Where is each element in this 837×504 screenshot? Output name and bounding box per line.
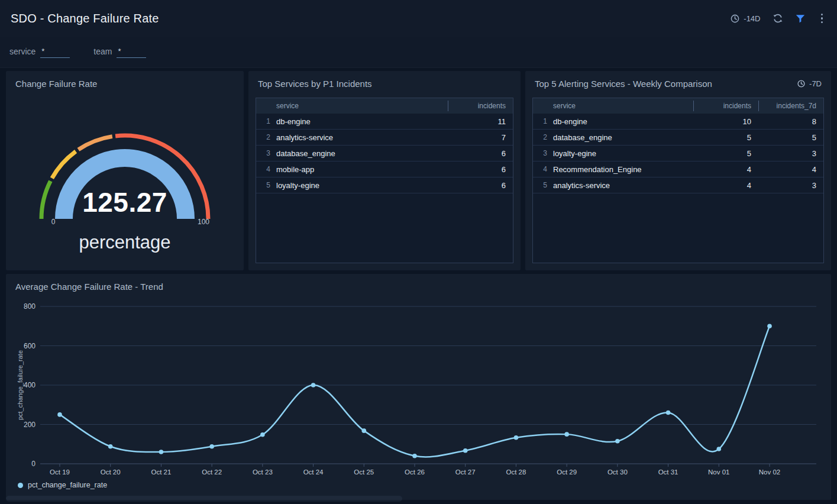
chart-legend[interactable]: pct_change_failure_rate	[18, 481, 107, 489]
team-filter-label: team	[93, 47, 112, 58]
svg-text:200: 200	[24, 421, 35, 429]
panel-title: Top 5 Alerting Services - Weekly Compari…	[535, 79, 712, 89]
svg-text:Oct 22: Oct 22	[202, 469, 222, 476]
service-filter: service	[9, 47, 70, 58]
svg-text:Oct 30: Oct 30	[607, 469, 628, 476]
svg-text:pct_change_failure_rate: pct_change_failure_rate	[17, 350, 24, 420]
table-header-row: serviceincidentsincidents_7d	[533, 98, 823, 114]
service-cell: analytics-service	[553, 181, 693, 190]
column-header: service	[553, 102, 693, 110]
dashboard-header: SDO - Change Failure Rate -14D	[0, 0, 837, 37]
table-row[interactable]: 2analytics-service7	[256, 130, 513, 146]
svg-text:Oct 29: Oct 29	[557, 469, 577, 476]
svg-text:Oct 20: Oct 20	[101, 469, 121, 476]
service-filter-input[interactable]	[40, 47, 70, 58]
value-cell: 8	[758, 117, 823, 126]
global-time-range-control[interactable]: -14D	[730, 14, 760, 24]
dashboard-page: SDO - Change Failure Rate -14D	[0, 0, 837, 504]
panel-title: Top Services by P1 Incidents	[258, 79, 372, 89]
table-row[interactable]: 4mobile-app6	[256, 161, 513, 177]
panel-change-failure-rate: Change Failure Rate 125.27 0 100 percent…	[6, 71, 244, 270]
value-cell: 6	[448, 149, 513, 158]
table-row[interactable]: 5loyalty-egine6	[256, 177, 513, 193]
clock-icon	[797, 79, 806, 88]
gauge-value: 125.27	[6, 186, 244, 218]
weekly-comparison-table: serviceincidentsincidents_7d1db-engine10…	[532, 98, 824, 263]
panel-average-cfr-trend: Average Change Failure Rate - Trend 0200…	[6, 274, 831, 500]
value-cell: 4	[758, 165, 823, 174]
svg-text:Oct 24: Oct 24	[303, 469, 324, 476]
service-cell: mobile-app	[276, 165, 448, 174]
panel-top-services-p1: Top Services by P1 Incidents serviceinci…	[248, 71, 521, 270]
trend-line-chart[interactable]: 0200400600800Oct 19Oct 20Oct 21Oct 22Oct…	[6, 295, 831, 484]
value-cell: 3	[758, 181, 823, 190]
row-number: 3	[256, 149, 276, 157]
panel-time-range-control[interactable]: -7D	[797, 79, 822, 88]
service-cell: analytics-service	[276, 133, 448, 142]
value-cell: 6	[448, 181, 513, 190]
team-filter: team	[93, 47, 146, 58]
filter-bar: service team	[0, 37, 837, 68]
value-cell: 5	[758, 133, 823, 142]
top-services-table: serviceincidents1db-engine112analytics-s…	[256, 98, 513, 263]
table-row[interactable]: 5analytics-service43	[533, 177, 823, 193]
row-number: 4	[533, 165, 553, 173]
svg-text:Oct 27: Oct 27	[455, 469, 476, 476]
horizontal-scrollbar[interactable]	[6, 496, 402, 502]
service-cell: database_engine	[276, 149, 448, 158]
table-row[interactable]: 3loyalty-egine53	[533, 146, 823, 161]
panel-time-range-label: -7D	[809, 79, 822, 88]
table-row[interactable]: 4Recommendation_Engine44	[533, 161, 823, 177]
svg-text:Oct 31: Oct 31	[658, 469, 678, 476]
header-actions: -14D	[730, 12, 826, 25]
column-header: incidents	[448, 101, 513, 111]
legend-dot	[18, 483, 23, 488]
row-number: 5	[256, 181, 276, 189]
gauge-unit-label: percentage	[6, 232, 244, 253]
service-filter-label: service	[9, 47, 35, 58]
service-cell: loyalty-egine	[276, 181, 448, 190]
row-number: 3	[533, 149, 553, 157]
svg-text:Nov 01: Nov 01	[708, 469, 729, 476]
svg-text:600: 600	[24, 342, 35, 350]
value-cell: 10	[693, 117, 758, 126]
svg-text:Oct 26: Oct 26	[405, 469, 425, 476]
kebab-menu-button[interactable]	[817, 12, 827, 25]
table-row[interactable]: 1db-engine11	[256, 114, 513, 130]
panel-title: Average Change Failure Rate - Trend	[15, 282, 163, 292]
svg-text:800: 800	[24, 302, 35, 311]
service-cell: database_engine	[553, 133, 693, 142]
table-header-row: serviceincidents	[256, 98, 513, 114]
svg-text:400: 400	[24, 381, 35, 389]
table-row[interactable]: 1db-engine108	[533, 114, 823, 130]
time-range-label: -14D	[744, 14, 760, 23]
svg-text:Oct 19: Oct 19	[50, 469, 70, 476]
value-cell: 5	[693, 133, 758, 142]
service-cell: db-engine	[553, 117, 693, 126]
row-number: 1	[533, 117, 553, 125]
row-number: 2	[256, 133, 276, 141]
value-cell: 7	[448, 133, 513, 142]
value-cell: 6	[448, 165, 513, 174]
gauge-max-label: 100	[192, 218, 215, 226]
svg-text:Nov 02: Nov 02	[759, 469, 780, 476]
value-cell: 3	[758, 149, 823, 158]
page-title: SDO - Change Failure Rate	[11, 12, 159, 25]
value-cell: 5	[693, 149, 758, 158]
table-row[interactable]: 3database_engine6	[256, 146, 513, 161]
team-filter-input[interactable]	[117, 47, 146, 58]
row-number: 5	[533, 181, 553, 189]
refresh-button[interactable]	[773, 13, 783, 24]
panel-title: Change Failure Rate	[15, 79, 97, 89]
panel-weekly-comparison: Top 5 Alerting Services - Weekly Compari…	[525, 71, 831, 270]
row-number: 1	[256, 117, 276, 125]
refresh-icon	[773, 13, 783, 24]
svg-text:Oct 21: Oct 21	[151, 469, 171, 476]
service-cell: loyalty-egine	[553, 149, 693, 158]
table-row[interactable]: 2database_engine55	[533, 130, 823, 146]
gauge-min-label: 0	[41, 218, 65, 226]
row-number: 4	[256, 165, 276, 173]
filter-button[interactable]	[795, 13, 806, 24]
value-cell: 4	[693, 181, 758, 190]
column-header: service	[276, 102, 448, 110]
